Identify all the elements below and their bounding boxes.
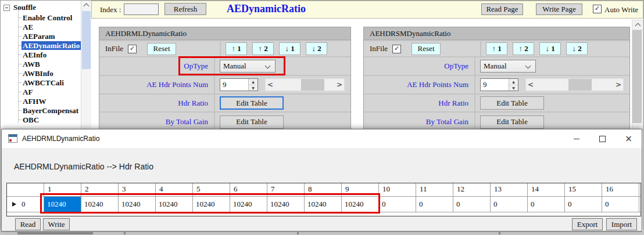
grid-cell-col6[interactable]: 10240: [230, 197, 267, 212]
grid-column-header-6[interactable]: 6: [230, 183, 267, 196]
grid-cell-col3[interactable]: 10240: [119, 197, 156, 212]
scroll-right-icon[interactable]: >: [335, 79, 344, 91]
points-num-stepper[interactable]: 9 ▲▼: [220, 78, 258, 91]
grid-corner-cell[interactable]: [7, 183, 44, 196]
tree-item-enable-control[interactable]: Enable Control: [1, 13, 81, 22]
refresh-button[interactable]: Refresh: [164, 3, 206, 15]
grid-cell-col11[interactable]: 0: [416, 197, 453, 212]
scroll-right-icon[interactable]: >: [614, 79, 623, 91]
points-num-stepper[interactable]: 9 ▲▼: [480, 78, 518, 91]
scrollbar-thumb[interactable]: [568, 79, 592, 91]
grid-row-header[interactable]: 0: [7, 197, 44, 212]
grid-cell-col1[interactable]: 10240: [44, 197, 81, 212]
content-scrollbar-thumb[interactable]: [632, 30, 642, 123]
grid-cell-col10[interactable]: 0: [379, 197, 416, 212]
grid-column-header-10[interactable]: 10: [379, 183, 416, 196]
tree-item-aedynamicratio[interactable]: AEDynamicRatio: [1, 41, 81, 50]
chevron-down-icon: [265, 63, 271, 69]
scroll-left-icon[interactable]: <: [266, 79, 275, 91]
dialog-titlebar[interactable]: AEHDRMLDynamicRatio ×: [2, 129, 642, 148]
hdr-ratio-edit-table-button[interactable]: Edit Table: [480, 96, 544, 110]
optype-dropdown[interactable]: Manual: [220, 60, 276, 73]
grid-column-header-7[interactable]: 7: [267, 183, 305, 196]
optype-dropdown[interactable]: Manual: [480, 60, 536, 73]
grid-cell-col8[interactable]: 10240: [305, 197, 342, 212]
spinner-icons[interactable]: ▲▼: [509, 79, 518, 91]
grid-column-header-15[interactable]: 15: [565, 183, 602, 196]
maximize-button[interactable]: [589, 129, 616, 148]
tree-root[interactable]: Souffle: [3, 3, 36, 12]
grid-cell-col2[interactable]: 10240: [81, 197, 119, 212]
grid-cell-col4[interactable]: 10240: [156, 197, 193, 212]
grid-column-header-9[interactable]: 9: [342, 183, 379, 196]
arrow-buttons: ↑ 1 ↑ 2 ↓ 1 ↓ 2: [481, 41, 629, 56]
tree-item-aeinfo[interactable]: AEInfo: [1, 50, 81, 59]
minimize-button[interactable]: [563, 129, 589, 148]
tree-item-bayercompensat[interactable]: BayerCompensat: [1, 106, 81, 115]
tree-item-af[interactable]: AF: [1, 87, 81, 96]
infile-checkbox[interactable]: ✓: [392, 45, 401, 53]
write-page-button[interactable]: Write Page: [536, 3, 582, 15]
collapse-icon[interactable]: [3, 5, 10, 11]
read-page-button[interactable]: Read Page: [481, 3, 523, 15]
content-scrollbar[interactable]: [632, 20, 643, 131]
points-num-scrollbar[interactable]: < >: [265, 78, 345, 91]
grid-column-header-4[interactable]: 4: [156, 183, 193, 196]
up1-button[interactable]: ↑ 1: [486, 42, 507, 55]
tree-scrollbar-thumb[interactable]: [82, 11, 91, 69]
grid-column-header-12[interactable]: 12: [453, 183, 491, 196]
tree-item-afhw[interactable]: AFHW: [1, 96, 81, 106]
grid-cell-col13[interactable]: 0: [491, 197, 528, 212]
grid-column-header-3[interactable]: 3: [119, 183, 156, 196]
up2-button[interactable]: ↑ 2: [252, 42, 274, 55]
grid-cell-col7[interactable]: 10240: [267, 197, 305, 212]
reset-button[interactable]: Reset: [147, 43, 176, 55]
infile-checkbox[interactable]: ✓: [128, 45, 137, 53]
down1-button[interactable]: ↓ 1: [539, 42, 561, 55]
tree-item-awb[interactable]: AWB: [1, 59, 81, 68]
import-button[interactable]: Import: [606, 218, 637, 230]
grid-cell-col12[interactable]: 0: [453, 197, 491, 212]
points-num-scrollbar[interactable]: < >: [525, 78, 624, 91]
grid-column-header-16[interactable]: 16: [602, 183, 639, 196]
grid-column-header-8[interactable]: 8: [305, 183, 342, 196]
grid-cell-col14[interactable]: 0: [528, 197, 565, 212]
by-total-gain-edit-table-button[interactable]: Edit Table: [480, 115, 544, 129]
tree-item-ae[interactable]: AE: [1, 22, 81, 31]
by-total-gain-edit-table-button[interactable]: Edit Table: [220, 115, 284, 129]
scrollbar-track[interactable]: [535, 79, 614, 91]
up1-button[interactable]: ↑ 1: [226, 42, 247, 55]
read-button[interactable]: Read: [15, 218, 41, 230]
scrollbar-track[interactable]: [275, 79, 335, 91]
grid-column-header-5[interactable]: 5: [193, 183, 230, 196]
down2-button[interactable]: ↓ 2: [566, 42, 588, 55]
write-button[interactable]: Write: [43, 218, 70, 230]
grid-column-header-2[interactable]: 2: [81, 183, 119, 196]
spinner-icons[interactable]: ▲▼: [248, 79, 257, 91]
export-button[interactable]: Export: [572, 218, 603, 230]
index-input[interactable]: [124, 3, 159, 15]
grid-cell-col5[interactable]: 10240: [193, 197, 230, 212]
tree-item-obc[interactable]: OBC: [1, 115, 81, 124]
grid-column-header-14[interactable]: 14: [528, 183, 565, 196]
auto-write-checkbox[interactable]: ✓: [593, 5, 602, 13]
scroll-up-icon[interactable]: [81, 1, 91, 10]
scroll-left-icon[interactable]: <: [526, 79, 535, 91]
scrollbar-thumb[interactable]: [301, 79, 324, 91]
down2-button[interactable]: ↓ 2: [306, 42, 327, 55]
reset-button[interactable]: Reset: [412, 43, 441, 55]
down1-button[interactable]: ↓ 1: [279, 42, 300, 55]
grid-column-header-11[interactable]: 11: [416, 183, 453, 196]
grid-cell-col9[interactable]: 10240: [342, 197, 379, 212]
hdr-ratio-edit-table-button[interactable]: Edit Table: [220, 96, 284, 110]
grid-column-header-1[interactable]: 1: [44, 183, 81, 196]
up2-button[interactable]: ↑ 2: [513, 42, 534, 55]
scroll-up-icon[interactable]: [632, 20, 643, 30]
tree-item-awbinfo[interactable]: AWBInfo: [1, 68, 81, 78]
tree-item-aeparam[interactable]: AEParam: [1, 31, 81, 41]
grid-column-header-13[interactable]: 13: [491, 183, 528, 196]
grid-cell-col15[interactable]: 0: [565, 197, 602, 212]
close-button[interactable]: ×: [616, 129, 642, 148]
grid-cell-col16[interactable]: 0: [602, 197, 639, 212]
tree-item-awbctcali[interactable]: AWBCTCali: [1, 78, 81, 87]
